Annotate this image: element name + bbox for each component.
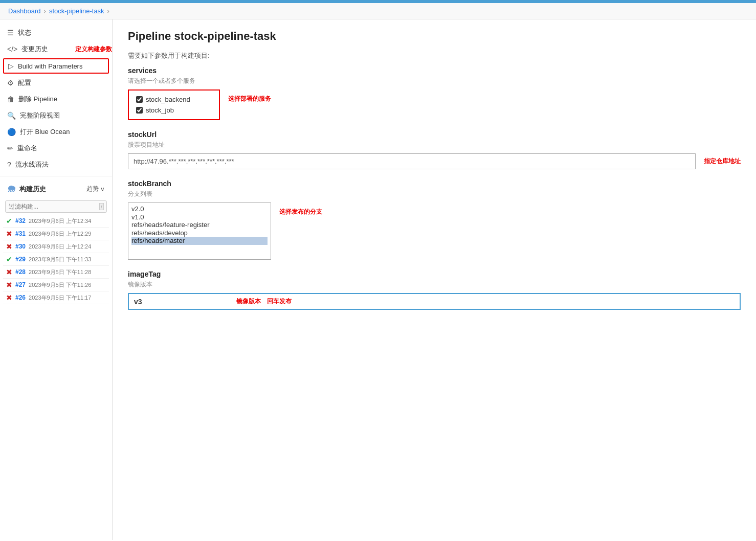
image-tag-annotation1: 镜像版本 [236,297,261,306]
trend-label: 趋势 [86,185,99,193]
sidebar-label-build-with-params: Build with Parameters [18,62,82,70]
build-link[interactable]: #27 [15,281,26,288]
branch-annotation: 选择发布的分支 [279,208,322,216]
blue-ocean-icon: 🔵 [7,128,16,136]
sidebar-item-delete[interactable]: 🗑 删除 Pipeline [0,91,112,107]
services-param-section: services 请选择一个或者多个服务 stock_backend stock… [128,66,741,120]
build-history-title: 构建历史 [19,185,46,194]
checkbox-stock-backend-input[interactable] [136,96,143,103]
image-tag-label: imageTag [128,270,741,278]
build-time: 2023年9月5日 下午11:33 [29,256,91,263]
search-icon: 🔍 [7,111,16,120]
services-sublabel: 请选择一个或者多个服务 [128,77,741,85]
trend-button[interactable]: 趋势 ∨ [86,185,105,193]
build-time: 2023年9月6日 上午12:29 [29,230,91,238]
sidebar-label-syntax: 流水线语法 [15,160,49,169]
sidebar-item-status[interactable]: ☰ 状态 [0,25,112,41]
sidebar-item-config[interactable]: ⚙ 配置 [0,75,112,91]
checkbox-stock-job-label: stock_job [146,106,174,114]
filter-slash-shortcut: / [99,203,104,210]
sidebar-item-rename[interactable]: ✏ 重命名 [0,140,112,156]
build-link[interactable]: #28 [15,268,26,276]
build-status-icon: ✖ [6,242,12,251]
stock-url-sublabel: 股票项目地址 [128,141,741,149]
build-list-item: ✖#312023年9月6日 上午12:29 [3,228,109,240]
sidebar-label-rename: 重命名 [17,144,37,153]
build-list: ✔#322023年9月6日 上午12:34✖#312023年9月6日 上午12:… [0,215,112,304]
define-param-annotation: 定义构建参数 [75,45,112,54]
build-list-item: ✔#292023年9月5日 下午11:33 [3,253,109,266]
question-icon: ? [7,161,11,169]
breadcrumb: Dashboard › stock-pipeline-task › [0,3,756,19]
sidebar-label-config: 配置 [18,78,31,87]
cloud-icon: 🌧 [7,184,16,194]
branch-select[interactable]: v2.0v1.0refs/heads/feature-registerrefs/… [128,203,271,259]
code-icon: </> [7,45,17,53]
sidebar-label-blue-ocean: 打开 Blue Ocean [20,127,70,137]
branch-select-wrapper[interactable]: v2.0v1.0refs/heads/feature-registerrefs/… [128,202,271,260]
sidebar-label-status: 状态 [18,28,31,37]
build-link[interactable]: #30 [15,243,26,250]
build-time: 2023年9月5日 下午11:17 [29,294,91,302]
build-link[interactable]: #32 [15,217,26,224]
status-icon: ☰ [7,29,14,37]
stock-branch-label: stockBranch [128,179,741,188]
checkbox-stock-job-input[interactable] [136,107,143,114]
stock-url-label: stockUrl [128,130,741,139]
checkbox-stock-backend-label: stock_backend [146,96,190,103]
image-tag-input-wrap: 镜像版本 回车发布 [128,293,741,310]
stock-branch-param-section: stockBranch 分支列表 v2.0v1.0refs/heads/feat… [128,179,741,260]
gear-icon: ⚙ [7,79,14,87]
image-tag-input[interactable] [134,298,230,306]
build-status-icon: ✔ [6,217,12,225]
sidebar-item-syntax[interactable]: ? 流水线语法 [0,156,112,173]
sidebar-item-change-history[interactable]: </> 变更历史 [0,41,73,57]
build-time: 2023年9月5日 下午11:28 [29,268,91,276]
trash-icon: 🗑 [7,95,14,103]
build-status-icon: ✖ [6,230,12,238]
page-title: Pipeline stock-pipeline-task [128,30,741,43]
build-list-item: ✖#262023年9月5日 下午11:17 [3,291,109,304]
build-time: 2023年9月6日 上午12:34 [29,217,91,225]
build-status-icon: ✖ [6,268,12,276]
build-status-icon: ✖ [6,281,12,289]
breadcrumb-dashboard[interactable]: Dashboard [8,7,41,15]
stock-url-param-section: stockUrl 股票项目地址 指定仓库地址 [128,130,741,169]
services-annotation: 选择部署的服务 [228,95,271,103]
build-link[interactable]: #29 [15,256,26,263]
build-list-item: ✖#302023年9月6日 上午12:24 [3,240,109,253]
image-tag-annotation2: 回车发布 [267,297,292,306]
stock-url-annotation: 指定仓库地址 [704,157,741,166]
checkbox-stock-job[interactable]: stock_job [136,106,212,114]
image-tag-param-section: imageTag 镜像版本 镜像版本 回车发布 [128,270,741,310]
build-history-header: 🌧 构建历史 趋势 ∨ [0,179,112,198]
stock-url-input[interactable] [128,153,696,169]
sidebar-item-blue-ocean[interactable]: 🔵 打开 Blue Ocean [0,124,112,140]
chevron-down-icon: ∨ [100,186,105,193]
build-link[interactable]: #31 [15,230,26,237]
services-checkbox-group: stock_backend stock_job [128,89,220,120]
image-tag-sublabel: 镜像版本 [128,280,741,289]
sidebar-item-build-with-params[interactable]: ▷ Build with Parameters [3,58,109,74]
build-time: 2023年9月6日 上午12:24 [29,243,91,251]
sidebar-item-full-stage[interactable]: 🔍 完整阶段视图 [0,107,112,124]
sidebar-divider [0,176,112,176]
play-icon: ▷ [8,62,14,70]
build-time: 2023年9月5日 下午11:26 [29,281,91,289]
build-link[interactable]: #26 [15,294,26,301]
sidebar-label-delete: 删除 Pipeline [18,95,57,104]
breadcrumb-pipeline[interactable]: stock-pipeline-task [49,7,104,15]
section-description: 需要如下参数用于构建项目: [128,51,741,60]
pencil-icon: ✏ [7,144,13,152]
filter-input[interactable] [5,200,107,213]
main-content: Pipeline stock-pipeline-task 需要如下参数用于构建项… [113,19,756,540]
services-label: services [128,66,741,75]
sidebar-label-change-history: 变更历史 [21,44,48,54]
build-status-icon: ✔ [6,255,12,263]
checkbox-stock-backend[interactable]: stock_backend [136,96,212,103]
filter-wrap: / [0,198,112,215]
build-list-item: ✖#282023年9月5日 下午11:28 [3,266,109,279]
build-status-icon: ✖ [6,294,12,302]
sidebar-label-full-stage: 完整阶段视图 [20,111,60,120]
build-list-item: ✖#272023年9月5日 下午11:26 [3,279,109,291]
